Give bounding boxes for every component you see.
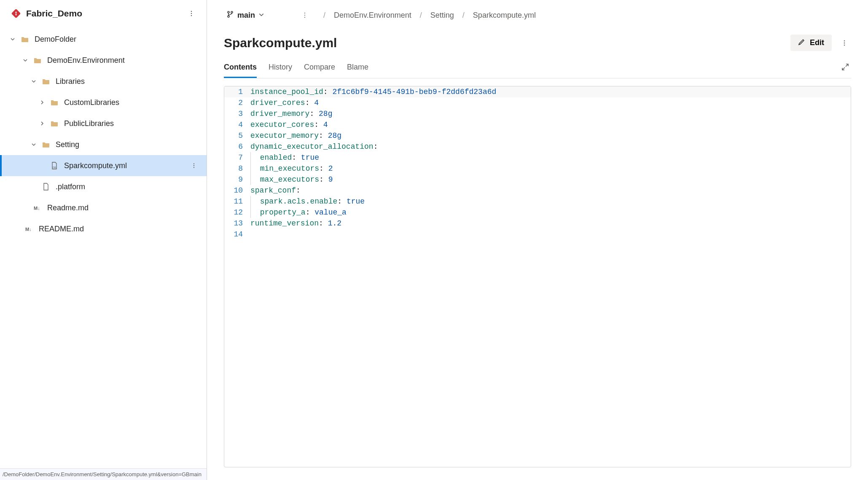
tree-folder-demofolder[interactable]: DemoFolder bbox=[0, 29, 207, 50]
folder-icon bbox=[50, 119, 59, 128]
code-content: enabled: true bbox=[248, 152, 319, 163]
breadcrumb-item[interactable]: Setting bbox=[430, 11, 454, 20]
code-content: executor_cores: 4 bbox=[248, 119, 328, 130]
tree-folder-libraries[interactable]: Libraries bbox=[0, 71, 207, 92]
tree-item-label: Setting bbox=[56, 140, 207, 149]
breadcrumb-separator: / bbox=[420, 11, 422, 20]
repo-name[interactable]: Fabric_Demo bbox=[26, 8, 185, 19]
tab-history[interactable]: History bbox=[269, 58, 292, 78]
repo-icon bbox=[11, 8, 21, 19]
code-viewer[interactable]: 1instance_pool_id: 2f1c6bf9-4145-491b-be… bbox=[224, 86, 851, 467]
tree-item-label: Libraries bbox=[56, 77, 207, 86]
breadcrumb-item[interactable]: Sparkcompute.yml bbox=[473, 11, 536, 20]
tree-file-readme-inner[interactable]: M↓ Readme.md bbox=[0, 197, 207, 218]
chevron-down-icon[interactable] bbox=[30, 79, 37, 84]
line-number: 12 bbox=[224, 207, 248, 218]
tabs: Contents History Compare Blame bbox=[224, 58, 851, 78]
tree-item-label: CustomLibraries bbox=[64, 98, 207, 107]
line-number: 10 bbox=[224, 185, 248, 196]
svg-text:YML: YML bbox=[52, 166, 57, 169]
code-line[interactable]: 5executor_memory: 28g bbox=[224, 130, 851, 141]
yml-file-icon: YML bbox=[50, 161, 59, 170]
repo-more-button[interactable] bbox=[185, 7, 198, 20]
file-more-button[interactable] bbox=[838, 36, 851, 50]
tree-folder-publiclibraries[interactable]: PublicLibraries bbox=[0, 113, 207, 134]
breadcrumb-item[interactable]: DemoEnv.Environment bbox=[334, 11, 411, 20]
chevron-down-icon bbox=[258, 11, 264, 20]
code-line[interactable]: 1instance_pool_id: 2f1c6bf9-4145-491b-be… bbox=[224, 86, 851, 97]
code-line[interactable]: 8 min_executors: 2 bbox=[224, 163, 851, 174]
svg-text:M↓: M↓ bbox=[34, 206, 40, 211]
code-line[interactable]: 2driver_cores: 4 bbox=[224, 97, 851, 108]
chevron-right-icon[interactable] bbox=[39, 121, 46, 126]
svg-point-5 bbox=[191, 15, 192, 16]
code-content: driver_cores: 4 bbox=[248, 97, 319, 108]
tree-file-readme-root[interactable]: M↓ README.md bbox=[0, 218, 207, 239]
code-line[interactable]: 10spark_conf: bbox=[224, 185, 851, 196]
code-content: driver_memory: 28g bbox=[248, 108, 332, 119]
svg-point-9 bbox=[193, 167, 194, 168]
edit-icon bbox=[798, 38, 806, 48]
code-line[interactable]: 12 property_a: value_a bbox=[224, 207, 851, 218]
tree-item-label: PublicLibraries bbox=[64, 119, 207, 128]
code-line[interactable]: 3driver_memory: 28g bbox=[224, 108, 851, 119]
code-line[interactable]: 13runtime_version: 1.2 bbox=[224, 218, 851, 229]
chevron-down-icon[interactable] bbox=[30, 142, 37, 147]
markdown-icon: M↓ bbox=[24, 224, 34, 233]
svg-point-12 bbox=[228, 11, 229, 13]
line-number: 4 bbox=[224, 119, 248, 130]
tab-blame[interactable]: Blame bbox=[347, 58, 368, 78]
line-number: 7 bbox=[224, 152, 248, 163]
tree-folder-demoenv[interactable]: DemoEnv.Environment bbox=[0, 50, 207, 71]
code-content: dynamic_executor_allocation: bbox=[248, 141, 378, 152]
line-number: 11 bbox=[224, 196, 248, 207]
tree-item-label: Readme.md bbox=[47, 204, 207, 212]
file-icon bbox=[41, 182, 51, 191]
edit-button[interactable]: Edit bbox=[790, 35, 832, 51]
branch-more-button[interactable] bbox=[298, 8, 312, 22]
code-line[interactable]: 14 bbox=[224, 229, 851, 240]
tree-file-sparkcompute[interactable]: YML Sparkcompute.yml bbox=[0, 155, 207, 176]
code-content: spark.acls.enable: true bbox=[248, 196, 365, 207]
breadcrumb-separator: / bbox=[462, 11, 465, 20]
tree-file-platform[interactable]: .platform bbox=[0, 176, 207, 197]
tab-compare[interactable]: Compare bbox=[304, 58, 335, 78]
page-title-row: Sparkcompute.yml Edit bbox=[224, 25, 851, 55]
code-line[interactable]: 9 max_executors: 9 bbox=[224, 174, 851, 185]
tab-contents[interactable]: Contents bbox=[224, 58, 257, 78]
code-line[interactable]: 4executor_cores: 4 bbox=[224, 119, 851, 130]
folder-icon bbox=[41, 77, 51, 86]
fullscreen-button[interactable] bbox=[839, 61, 851, 75]
tree-item-more-button[interactable] bbox=[190, 159, 198, 172]
tree-folder-customlibraries[interactable]: CustomLibraries bbox=[0, 92, 207, 113]
code-line[interactable]: 7 enabled: true bbox=[224, 152, 851, 163]
branch-selector[interactable]: main bbox=[224, 9, 267, 22]
svg-point-20 bbox=[844, 44, 845, 46]
code-line[interactable]: 11 spark.acls.enable: true bbox=[224, 196, 851, 207]
svg-text:M↓: M↓ bbox=[25, 227, 32, 232]
code-content: min_executors: 2 bbox=[248, 163, 333, 174]
branch-name: main bbox=[237, 11, 255, 20]
tree-item-label: Sparkcompute.yml bbox=[64, 161, 190, 170]
line-number: 6 bbox=[224, 141, 248, 152]
svg-point-14 bbox=[231, 11, 233, 13]
chevron-down-icon[interactable] bbox=[22, 58, 29, 63]
code-line[interactable]: 6dynamic_executor_allocation: bbox=[224, 141, 851, 152]
code-content: instance_pool_id: 2f1c6bf9-4145-491b-beb… bbox=[248, 86, 496, 97]
code-content: max_executors: 9 bbox=[248, 174, 333, 185]
line-number: 14 bbox=[224, 229, 248, 240]
svg-point-8 bbox=[193, 165, 194, 166]
line-number: 13 bbox=[224, 218, 248, 229]
line-number: 5 bbox=[224, 130, 248, 141]
svg-point-18 bbox=[844, 40, 845, 41]
breadcrumb-separator: / bbox=[323, 11, 325, 20]
chevron-down-icon[interactable] bbox=[9, 37, 16, 42]
tree-item-label: .platform bbox=[56, 182, 207, 191]
file-tree: DemoFolder DemoEnv.Environment Libraries… bbox=[0, 27, 207, 241]
tree-item-label: README.md bbox=[39, 225, 207, 233]
tree-folder-setting[interactable]: Setting bbox=[0, 134, 207, 155]
line-number: 2 bbox=[224, 97, 248, 108]
tree-item-label: DemoEnv.Environment bbox=[47, 56, 207, 65]
svg-point-16 bbox=[304, 15, 305, 16]
chevron-right-icon[interactable] bbox=[39, 100, 46, 105]
